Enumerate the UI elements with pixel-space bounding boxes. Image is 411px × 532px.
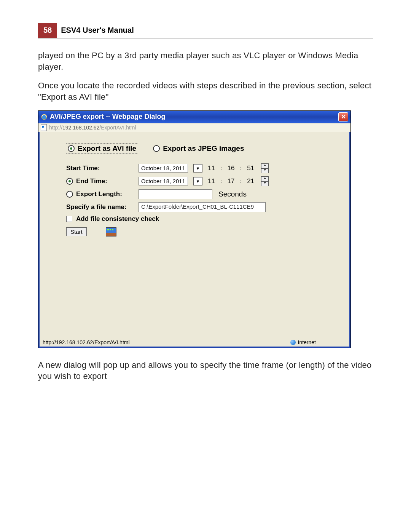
export-as-avi-option[interactable]: Export as AVI file <box>66 144 138 153</box>
status-zone: Internet <box>298 339 316 345</box>
dialog-titlebar: AVI/JPEG export -- Webpage Dialog ✕ <box>38 111 350 123</box>
progress-monitor-icon <box>106 227 116 236</box>
manual-title: ESV4 User's Manual <box>57 23 138 38</box>
page-number: 58 <box>38 23 57 38</box>
internet-zone-icon <box>290 340 296 345</box>
page-header: 58 ESV4 User's Manual <box>38 23 373 38</box>
page-icon <box>41 124 47 131</box>
close-button[interactable]: ✕ <box>338 112 348 121</box>
paragraph-1: played on the PC by a 3rd party media pl… <box>38 50 373 72</box>
export-dialog-window: AVI/JPEG export -- Webpage Dialog ✕ http… <box>38 110 351 348</box>
filename-input[interactable]: C:\ExportFolder\Export_CH01_BL-C111CE9 <box>139 202 266 212</box>
consistency-checkbox[interactable] <box>66 216 72 222</box>
end-second[interactable]: 21 <box>247 177 254 185</box>
spinner-down-icon[interactable]: ▼ <box>261 181 269 186</box>
end-time-radio[interactable] <box>66 178 73 185</box>
start-minute[interactable]: 16 <box>228 165 235 172</box>
export-avi-label: Export as AVI file <box>78 144 136 153</box>
export-length-label: Export Length: <box>76 190 122 198</box>
end-minute[interactable]: 17 <box>228 177 235 185</box>
ie-icon <box>41 113 48 120</box>
address-prefix: http:// <box>49 125 62 131</box>
export-length-radio[interactable] <box>66 191 73 198</box>
start-second[interactable]: 51 <box>247 165 254 172</box>
spinner-up-icon[interactable]: ▲ <box>261 176 269 181</box>
spinner-up-icon[interactable]: ▲ <box>261 163 269 168</box>
start-hour[interactable]: 11 <box>208 165 215 172</box>
seconds-label: Seconds <box>218 190 247 198</box>
close-icon: ✕ <box>341 113 346 120</box>
start-date-dropdown[interactable]: ▼ <box>193 164 202 173</box>
status-bar: http://192.168.102.62/ExportAVI.html Int… <box>38 338 350 348</box>
status-url: http://192.168.102.62/ExportAVI.html <box>43 339 130 345</box>
export-length-input[interactable] <box>139 189 212 199</box>
radio-icon <box>68 145 75 152</box>
end-time-spinner[interactable]: ▲ ▼ <box>261 176 269 186</box>
spinner-down-icon[interactable]: ▼ <box>261 168 269 173</box>
export-as-jpeg-option[interactable]: Export as JPEG images <box>153 144 244 153</box>
address-path: /ExportAVI.html <box>99 125 136 131</box>
consistency-label: Add file consistency check <box>76 215 159 223</box>
start-time-spinner[interactable]: ▲ ▼ <box>261 163 269 173</box>
end-hour[interactable]: 11 <box>208 177 215 185</box>
end-date-dropdown[interactable]: ▼ <box>193 177 202 185</box>
address-host: 192.168.102.62 <box>62 125 99 131</box>
start-button[interactable]: Start <box>66 227 87 236</box>
end-date-field[interactable]: October 18, 2011 <box>139 177 188 185</box>
dialog-title: AVI/JPEG export -- Webpage Dialog <box>50 113 165 121</box>
paragraph-3: A new dialog will pop up and allows you … <box>38 359 373 382</box>
radio-icon <box>153 145 160 152</box>
start-time-label: Start Time: <box>66 165 135 172</box>
dialog-body: Export as AVI file Export as JPEG images… <box>38 132 350 338</box>
start-date-field[interactable]: October 18, 2011 <box>139 164 188 173</box>
end-time-label: End Time: <box>76 177 107 185</box>
address-bar: http://192.168.102.62/ExportAVI.html <box>38 123 350 132</box>
paragraph-2: Once you locate the recorded videos with… <box>38 80 373 102</box>
specify-filename-label: Specify a file name: <box>66 203 135 211</box>
export-jpeg-label: Export as JPEG images <box>163 144 244 153</box>
